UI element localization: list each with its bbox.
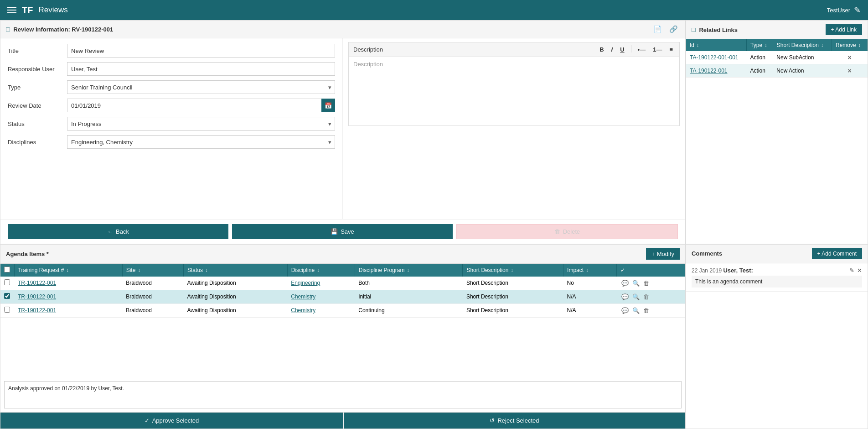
responsible-user-input[interactable] bbox=[67, 62, 335, 76]
add-comment-button[interactable]: + Add Comment bbox=[812, 248, 862, 259]
save-button[interactable]: 💾 Save bbox=[232, 224, 453, 239]
links-col-remove[interactable]: Remove ↕ bbox=[832, 39, 868, 51]
review-date-input[interactable] bbox=[67, 99, 321, 112]
link-remove[interactable]: × bbox=[832, 64, 868, 78]
link-icon[interactable]: 🔗 bbox=[667, 24, 680, 34]
comment-action-btn[interactable]: 💬 bbox=[620, 279, 630, 288]
form-left: Title Responsible User Type Senior Train… bbox=[0, 38, 343, 219]
select-all-checkbox[interactable] bbox=[4, 267, 10, 272]
link-id: TA-190122-001 bbox=[686, 64, 747, 78]
delete-action-btn[interactable]: 🗑 bbox=[642, 306, 650, 315]
agenda-col-status[interactable]: Status ↕ bbox=[184, 264, 288, 277]
action-buttons: 💬 🔍 🗑 bbox=[620, 293, 682, 301]
agenda-col-tr[interactable]: Training Request # ↕ bbox=[14, 264, 122, 277]
agenda-col-discipline[interactable]: Discipline ↕ bbox=[287, 264, 355, 277]
disciplines-select-wrapper: Engineering, Chemistry ▾ bbox=[67, 135, 335, 149]
agenda-checkbox-cell[interactable] bbox=[0, 303, 14, 317]
agenda-table-header-row: Training Request # ↕ Site ↕ Status ↕ Dis… bbox=[0, 264, 685, 277]
comments-panel: Comments + Add Comment 22 Jan 2019 User,… bbox=[686, 244, 868, 429]
agenda-tr-id: TR-190122-001 bbox=[14, 290, 122, 303]
approve-icon: ✓ bbox=[145, 417, 150, 424]
agenda-table: Training Request # ↕ Site ↕ Status ↕ Dis… bbox=[0, 264, 685, 318]
type-select[interactable]: Senior Training Council bbox=[67, 80, 335, 94]
panel-header-left: □ Review Information: RV-190122-001 bbox=[6, 26, 113, 33]
search-action-btn[interactable]: 🔍 bbox=[631, 306, 641, 315]
agenda-short-desc: Short Description bbox=[463, 277, 563, 290]
agenda-tr-id: TR-190122-001 bbox=[14, 303, 122, 317]
delete-action-btn[interactable]: 🗑 bbox=[642, 279, 650, 288]
form-buttons: ← Back 💾 Save 🗑 Delete bbox=[0, 219, 685, 244]
comment-action-btn[interactable]: 💬 bbox=[620, 306, 630, 315]
panel-expand-icon[interactable]: □ bbox=[6, 26, 10, 33]
agenda-impact: N/A bbox=[563, 303, 617, 317]
desc-toolbar-buttons: B I U •— 1— ≡ bbox=[598, 45, 675, 54]
search-action-btn[interactable]: 🔍 bbox=[631, 293, 641, 301]
delete-action-btn[interactable]: 🗑 bbox=[642, 293, 650, 301]
edit-comment-btn[interactable]: ✎ bbox=[849, 267, 854, 274]
comment-actions: ✎ ✕ bbox=[849, 267, 862, 274]
close-comment-btn[interactable]: ✕ bbox=[857, 267, 862, 274]
bottom-buttons: ✓ Approve Selected ↺ Reject Selected bbox=[0, 412, 685, 429]
table-row: TA-190122-001-001 Action New SubAction × bbox=[686, 51, 868, 64]
unordered-list-btn[interactable]: •— bbox=[636, 45, 648, 54]
approve-button[interactable]: ✓ Approve Selected bbox=[0, 413, 343, 429]
review-info-panel: □ Review Information: RV-190122-001 📄 🔗 … bbox=[0, 20, 686, 244]
hamburger-menu[interactable] bbox=[7, 7, 16, 13]
agenda-col-short-desc[interactable]: Short Description ↕ bbox=[463, 264, 563, 277]
comment-action-btn[interactable]: 💬 bbox=[620, 293, 630, 301]
search-action-btn[interactable]: 🔍 bbox=[631, 279, 641, 288]
disciplines-select[interactable]: Engineering, Chemistry bbox=[67, 135, 335, 149]
related-links-expand-icon[interactable]: □ bbox=[692, 26, 695, 33]
reject-button[interactable]: ↺ Reject Selected bbox=[343, 413, 685, 429]
app-title: Reviews bbox=[38, 5, 67, 15]
back-button[interactable]: ← Back bbox=[8, 224, 228, 239]
links-table-header-row: Id ↕ Type ↕ Short Description ↕ Remove ↕ bbox=[686, 39, 868, 51]
comment-item: 22 Jan 2019 User, Test: ✎ ✕ This is an a… bbox=[686, 263, 868, 292]
remove-icon[interactable]: × bbox=[847, 67, 851, 74]
links-col-type[interactable]: Type ↕ bbox=[747, 39, 773, 51]
date-picker-btn[interactable]: 📅 bbox=[321, 99, 335, 112]
row-checkbox[interactable] bbox=[4, 307, 10, 313]
link-type: Action bbox=[747, 64, 773, 78]
disciplines-row: Disciplines Engineering, Chemistry ▾ bbox=[8, 135, 335, 149]
agenda-col-checkbox bbox=[0, 264, 14, 277]
add-link-button[interactable]: + Add Link bbox=[826, 24, 862, 35]
description-content[interactable]: Description bbox=[349, 57, 679, 126]
agenda-tr-id: TR-190122-001 bbox=[14, 277, 122, 290]
reject-label: Reject Selected bbox=[497, 417, 539, 424]
related-links-table: Id ↕ Type ↕ Short Description ↕ Remove ↕… bbox=[686, 39, 868, 78]
agenda-col-site[interactable]: Site ↕ bbox=[122, 264, 183, 277]
links-table-body: TA-190122-001-001 Action New SubAction ×… bbox=[686, 51, 868, 78]
italic-btn[interactable]: I bbox=[610, 45, 615, 54]
link-remove[interactable]: × bbox=[832, 51, 868, 64]
back-label: Back bbox=[116, 228, 129, 235]
title-input[interactable] bbox=[67, 44, 335, 58]
status-select[interactable]: In Progress bbox=[67, 117, 335, 131]
row-checkbox[interactable] bbox=[4, 279, 10, 285]
modify-button[interactable]: + Modify bbox=[646, 248, 680, 260]
user-icon[interactable]: ✎ bbox=[854, 5, 861, 15]
links-col-id[interactable]: Id ↕ bbox=[686, 39, 747, 51]
link-id: TA-190122-001-001 bbox=[686, 51, 747, 64]
ordered-list-btn[interactable]: 1— bbox=[651, 45, 664, 54]
app-logo: TF bbox=[22, 5, 33, 16]
align-btn[interactable]: ≡ bbox=[667, 45, 675, 54]
bold-btn[interactable]: B bbox=[598, 45, 605, 54]
date-wrapper: 📅 bbox=[67, 99, 335, 112]
links-col-short-desc[interactable]: Short Description ↕ bbox=[773, 39, 832, 51]
agenda-discipline: Chemistry bbox=[287, 290, 355, 303]
agenda-impact: N/A bbox=[563, 290, 617, 303]
row-checkbox[interactable] bbox=[4, 293, 10, 299]
agenda-checkbox-cell[interactable] bbox=[0, 290, 14, 303]
delete-label: Delete bbox=[563, 228, 580, 235]
agenda-actions: 💬 🔍 🗑 bbox=[617, 303, 685, 317]
agenda-checkbox-cell[interactable] bbox=[0, 277, 14, 290]
underline-btn[interactable]: U bbox=[618, 45, 626, 54]
agenda-col-program[interactable]: Discipline Program ↕ bbox=[355, 264, 463, 277]
delete-button[interactable]: 🗑 Delete bbox=[456, 224, 678, 239]
remove-icon[interactable]: × bbox=[847, 54, 851, 61]
agenda-status: Awaiting Disposition bbox=[184, 277, 288, 290]
pdf-icon[interactable]: 📄 bbox=[651, 24, 664, 34]
disciplines-label: Disciplines bbox=[8, 139, 62, 146]
agenda-col-impact[interactable]: Impact ↕ bbox=[563, 264, 617, 277]
